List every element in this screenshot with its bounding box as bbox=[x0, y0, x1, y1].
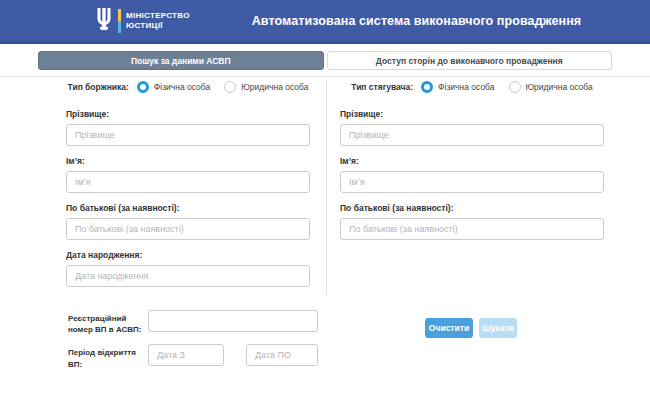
bottom-search-section: Реєстраційний номер ВП в АСВП: Період ві… bbox=[68, 310, 608, 379]
ministry-line1: МІНІСТЕРСТВО bbox=[126, 11, 190, 21]
period-row: Період відкриття ВП: bbox=[68, 344, 608, 369]
reg-number-input[interactable] bbox=[148, 310, 318, 332]
debtor-birthdate-input[interactable] bbox=[66, 265, 310, 287]
claimant-surname-input[interactable] bbox=[340, 124, 604, 146]
radio-checked-icon[interactable] bbox=[421, 81, 433, 93]
trident-icon bbox=[95, 8, 113, 34]
claimant-name-input[interactable] bbox=[340, 171, 604, 193]
debtor-type-row: Тип боржника: Фізична особа Юридична осо… bbox=[66, 80, 310, 94]
debtor-form: Тип боржника: Фізична особа Юридична осо… bbox=[66, 80, 310, 297]
debtor-radio-individual-label: Фізична особа bbox=[154, 82, 210, 92]
claimant-patronymic-field: По батькові (за наявності): bbox=[340, 203, 604, 240]
reg-number-label: Реєстраційний номер ВП в АСВП: bbox=[68, 310, 148, 335]
period-label: Період відкриття ВП: bbox=[68, 344, 148, 369]
claimant-surname-field: Прізвище: bbox=[340, 109, 604, 146]
page-title: Автоматизована система виконавчого прова… bbox=[252, 14, 582, 28]
debtor-radio-legal[interactable]: Юридична особа bbox=[224, 81, 308, 93]
claimant-radio-individual[interactable]: Фізична особа bbox=[421, 81, 494, 93]
debtor-birthdate-field: Дата народження: bbox=[66, 250, 310, 287]
claimant-patronymic-input[interactable] bbox=[340, 218, 604, 240]
tab-search-asvp[interactable]: Пошук за даними АСВП bbox=[38, 51, 324, 70]
claimant-surname-label: Прізвище: bbox=[340, 109, 604, 119]
claimant-name-label: Ім’я: bbox=[340, 156, 604, 166]
flag-bar bbox=[118, 9, 121, 33]
clear-button[interactable]: Очистити bbox=[425, 318, 473, 338]
claimant-patronymic-label: По батькові (за наявності): bbox=[340, 203, 604, 213]
reg-number-row: Реєстраційний номер ВП в АСВП: bbox=[68, 310, 608, 335]
debtor-radio-individual[interactable]: Фізична особа bbox=[137, 81, 210, 93]
horizontal-divider bbox=[0, 76, 650, 77]
ministry-line2: ЮСТИЦІЇ bbox=[126, 21, 190, 31]
vertical-divider bbox=[326, 80, 327, 295]
claimant-type-row: Тип стягувача: Фізична особа Юридична ос… bbox=[340, 80, 604, 94]
debtor-patronymic-input[interactable] bbox=[66, 218, 310, 240]
action-buttons: Очистити Шукати bbox=[425, 318, 517, 338]
debtor-name-label: Ім’я: bbox=[66, 156, 310, 166]
ministry-logo: МІНІСТЕРСТВО ЮСТИЦІЇ bbox=[95, 8, 190, 34]
debtor-radio-legal-label: Юридична особа bbox=[241, 82, 308, 92]
claimant-type-label: Тип стягувача: bbox=[351, 82, 413, 92]
radio-unchecked-icon[interactable] bbox=[509, 81, 521, 93]
radio-checked-icon[interactable] bbox=[137, 81, 149, 93]
claimant-radio-legal[interactable]: Юридична особа bbox=[509, 81, 593, 93]
claimant-radio-legal-label: Юридична особа bbox=[526, 82, 593, 92]
debtor-birthdate-label: Дата народження: bbox=[66, 250, 310, 260]
debtor-surname-field: Прізвище: bbox=[66, 109, 310, 146]
claimant-form: Тип стягувача: Фізична особа Юридична ос… bbox=[340, 80, 604, 250]
debtor-surname-input[interactable] bbox=[66, 124, 310, 146]
date-to-input[interactable] bbox=[246, 344, 318, 366]
debtor-surname-label: Прізвище: bbox=[66, 109, 310, 119]
tab-parties-access[interactable]: Доступ сторін до виконавчого провадження bbox=[327, 51, 613, 70]
debtor-patronymic-field: По батькові (за наявності): bbox=[66, 203, 310, 240]
debtor-name-field: Ім’я: bbox=[66, 156, 310, 193]
app-header: МІНІСТЕРСТВО ЮСТИЦІЇ Автоматизована сист… bbox=[0, 0, 650, 44]
ministry-name: МІНІСТЕРСТВО ЮСТИЦІЇ bbox=[126, 11, 190, 30]
date-from-input[interactable] bbox=[148, 344, 224, 366]
search-button[interactable]: Шукати bbox=[479, 318, 517, 338]
debtor-type-label: Тип боржника: bbox=[68, 82, 129, 92]
tabbar: Пошук за даними АСВП Доступ сторін до ви… bbox=[38, 51, 612, 70]
claimant-name-field: Ім’я: bbox=[340, 156, 604, 193]
radio-unchecked-icon[interactable] bbox=[224, 81, 236, 93]
debtor-patronymic-label: По батькові (за наявності): bbox=[66, 203, 310, 213]
debtor-name-input[interactable] bbox=[66, 171, 310, 193]
claimant-radio-individual-label: Фізична особа bbox=[438, 82, 494, 92]
